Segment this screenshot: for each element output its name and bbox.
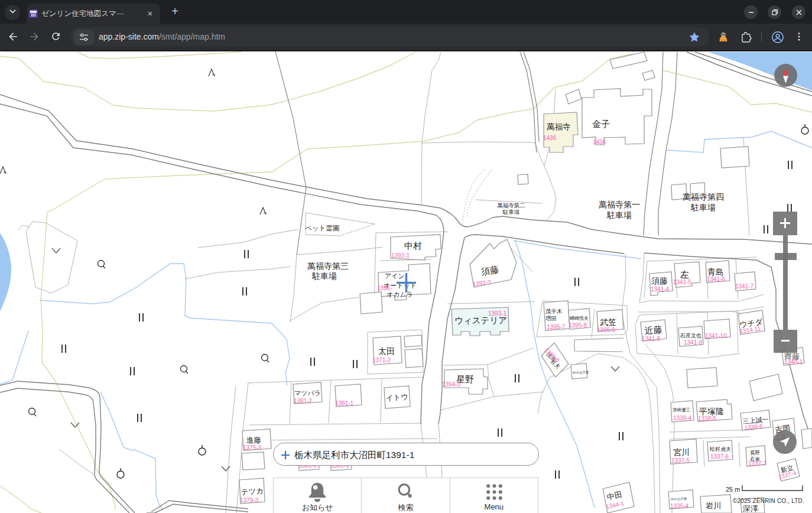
svg-text:青島: 青島 xyxy=(707,267,724,277)
svg-text:1338-4: 1338-4 xyxy=(673,415,692,421)
svg-text:1393-1: 1393-1 xyxy=(488,310,507,317)
svg-text:駐車場: 駐車場 xyxy=(502,209,520,215)
svg-text:1341-4: 1341-4 xyxy=(651,286,670,293)
svg-text:左: 左 xyxy=(680,270,689,280)
svg-text:岩川: 岩川 xyxy=(706,501,721,510)
svg-text:ウィステリア: ウィステリア xyxy=(454,316,507,325)
svg-text:1436: 1436 xyxy=(543,135,557,141)
svg-text:駐車場: 駐車場 xyxy=(606,210,632,220)
svg-text:アイン: アイン xyxy=(385,272,405,280)
svg-text:近藤: 近藤 xyxy=(644,324,662,336)
svg-text:1394-3: 1394-3 xyxy=(442,381,461,388)
svg-text:イトウ: イトウ xyxy=(385,392,408,402)
svg-text:㈱小山工業: ㈱小山工業 xyxy=(573,371,589,374)
svg-text:金子: 金子 xyxy=(592,119,610,129)
svg-text:須藤: 須藤 xyxy=(651,276,668,285)
svg-text:1337-6: 1337-6 xyxy=(710,453,729,460)
svg-text:1338-5: 1338-5 xyxy=(698,415,717,422)
svg-text:増田: 増田 xyxy=(545,315,557,322)
svg-text:㈱小山工業: ㈱小山工業 xyxy=(671,497,687,501)
svg-text:1392-1: 1392-1 xyxy=(391,252,410,259)
svg-text:萬福寺第一: 萬福寺第一 xyxy=(599,200,640,209)
svg-text:1341-10: 1341-10 xyxy=(705,333,727,339)
svg-text:宮川: 宮川 xyxy=(673,447,690,457)
svg-text:テツカ: テツカ xyxy=(241,486,264,496)
svg-text:進藤: 進藤 xyxy=(246,436,261,444)
svg-text:平塚隆: 平塚隆 xyxy=(699,407,724,416)
svg-text:深澤: 深澤 xyxy=(742,504,758,513)
svg-text:萬福寺第四: 萬福寺第四 xyxy=(683,192,724,202)
svg-text:1341-7: 1341-7 xyxy=(735,283,754,290)
svg-text:武笠: 武笠 xyxy=(600,317,616,327)
svg-text:萬福寺: 萬福寺 xyxy=(547,122,571,131)
svg-text:嶋崎悦夫: 嶋崎悦夫 xyxy=(570,316,589,321)
svg-text:太田: 太田 xyxy=(378,346,395,356)
svg-text:25 m: 25 m xyxy=(726,486,740,493)
svg-text:1341-8: 1341-8 xyxy=(642,336,661,342)
svg-text:1379-3: 1379-3 xyxy=(240,497,259,504)
svg-text:石原文也: 石原文也 xyxy=(680,333,701,339)
svg-text:©2025 ZENRIN CO., LTD.: ©2025 ZENRIN CO., LTD. xyxy=(733,498,804,504)
svg-text:1340-1: 1340-1 xyxy=(784,359,803,365)
svg-text:1341-9: 1341-9 xyxy=(684,339,703,346)
svg-text:ペット霊園: ペット霊園 xyxy=(305,225,339,232)
svg-text:1391-: 1391- xyxy=(377,285,392,291)
svg-text:1381-1: 1381-1 xyxy=(335,400,354,407)
svg-text:中村: 中村 xyxy=(404,241,422,251)
svg-text:1395-7: 1395-7 xyxy=(547,324,566,330)
svg-text:オカムラ: オカムラ xyxy=(386,291,413,298)
svg-text:1335-4: 1335-4 xyxy=(670,503,689,509)
svg-text:茂手木: 茂手木 xyxy=(545,308,563,314)
svg-text:駐車場: 駐車場 xyxy=(690,203,716,212)
svg-text:マツバラ: マツバラ xyxy=(294,389,321,397)
svg-text:1341-5: 1341-5 xyxy=(673,279,692,285)
svg-text:1375-3: 1375-3 xyxy=(243,444,262,451)
svg-text:1381-2: 1381-2 xyxy=(294,398,313,404)
svg-text:萬福寺第三: 萬福寺第三 xyxy=(307,261,349,271)
svg-text:1371-2: 1371-2 xyxy=(372,357,391,363)
svg-text:萬福寺第二: 萬福寺第二 xyxy=(497,202,525,209)
svg-text:松村貞夫: 松村貞夫 xyxy=(709,446,731,452)
svg-text:濱崎優三: 濱崎優三 xyxy=(673,407,691,413)
svg-text:1436: 1436 xyxy=(593,139,606,145)
svg-text:1341-6: 1341-6 xyxy=(707,276,726,283)
svg-text:1337-5: 1337-5 xyxy=(671,457,690,464)
svg-text:1337-7: 1337-7 xyxy=(748,460,767,467)
svg-text:駐車場: 駐車場 xyxy=(311,271,337,281)
svg-text:1395-9: 1395-9 xyxy=(597,327,616,333)
svg-text:1395-8: 1395-8 xyxy=(569,322,587,329)
svg-text:長野: 長野 xyxy=(750,450,760,456)
